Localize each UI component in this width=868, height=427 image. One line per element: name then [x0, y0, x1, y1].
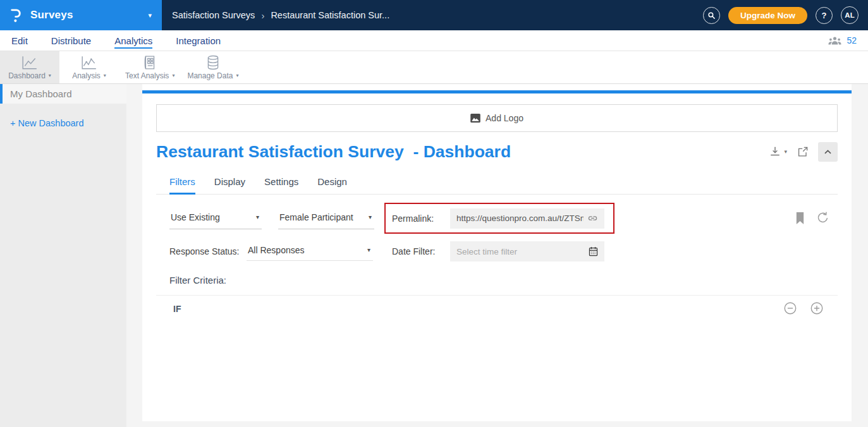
chevron-down-icon: ▾: [148, 11, 152, 20]
nav-item-analytics[interactable]: Analytics: [114, 35, 152, 46]
add-logo-dropzone[interactable]: Add Logo: [156, 104, 838, 132]
topbar-actions: Upgrade Now ? AL: [703, 6, 868, 24]
nav-item-integration[interactable]: Integration: [176, 35, 221, 46]
breadcrumb: Satisfaction Surveys › Restaurant Satisf…: [172, 10, 389, 21]
dashboard-chart-icon: [21, 55, 38, 70]
breadcrumb-folder[interactable]: Satisfaction Surveys: [172, 10, 255, 20]
caret-down-icon: ▾: [367, 246, 370, 253]
add-condition-button[interactable]: [810, 301, 824, 315]
right-gutter: [852, 84, 868, 427]
new-dashboard-button[interactable]: + New Dashboard: [0, 118, 126, 128]
collaborators[interactable]: 52: [828, 35, 857, 45]
tab-settings[interactable]: Settings: [264, 176, 298, 194]
toolbar-item-text-analysis[interactable]: Text Analysis▾: [119, 51, 181, 83]
chevron-down-icon: ▾: [49, 73, 51, 78]
search-button[interactable]: [703, 7, 720, 24]
bookmark-button[interactable]: [795, 212, 805, 224]
product-name: Surveys: [30, 9, 73, 21]
download-icon: [769, 145, 781, 158]
chevron-down-icon: ▾: [784, 148, 787, 155]
minus-circle-icon: [783, 308, 797, 317]
chevron-down-icon: ▾: [172, 73, 174, 78]
nav-item-edit[interactable]: Edit: [11, 35, 28, 46]
database-icon: [205, 55, 221, 70]
sidebar-gutter: [126, 84, 142, 427]
response-status-label: Response Status:: [169, 246, 240, 256]
toolbar-item-manage-data[interactable]: Manage Data▾: [181, 51, 245, 83]
title-actions: ▾: [769, 142, 838, 162]
image-icon: [470, 114, 480, 123]
sidebar-item-my-dashboard[interactable]: My Dashboard: [0, 84, 126, 104]
analysis-chart-icon: [81, 55, 97, 70]
questionpro-logo-icon: [10, 8, 23, 23]
breadcrumb-survey[interactable]: Restaurant Satisfaction Sur...: [271, 10, 389, 20]
caret-down-icon: ▾: [369, 213, 372, 220]
nav-item-distribute[interactable]: Distribute: [51, 35, 91, 46]
response-status-select[interactable]: All Responses ▾: [247, 242, 373, 261]
avatar[interactable]: AL: [841, 6, 859, 24]
survey-nav: Edit Distribute Analytics Integration 52: [0, 30, 868, 51]
title-row: Restaurant Satisfaction Survey - Dashboa…: [156, 141, 838, 162]
date-filter-input[interactable]: Select time filter: [450, 241, 604, 262]
link-icon[interactable]: [587, 213, 598, 224]
share-icon: [797, 149, 809, 160]
participant-select[interactable]: Female Participant ▾: [278, 208, 374, 229]
bookmark-icon: [795, 217, 805, 226]
help-button[interactable]: ?: [816, 7, 833, 24]
remove-condition-button[interactable]: [783, 301, 797, 315]
reset-filters-button[interactable]: [816, 211, 829, 224]
date-filter-label: Date Filter:: [392, 246, 435, 256]
plus-circle-icon: [810, 308, 824, 317]
settings-tabs: Filters Display Settings Design: [156, 176, 838, 195]
product-switcher[interactable]: Surveys ▾: [0, 0, 162, 30]
add-logo-label: Add Logo: [486, 113, 523, 123]
dashboard-sidebar: My Dashboard + New Dashboard: [0, 84, 126, 427]
share-button[interactable]: [797, 146, 809, 158]
tab-design[interactable]: Design: [317, 176, 347, 194]
reset-icon: [816, 217, 829, 226]
filter-criteria-label: Filter Criteria:: [169, 275, 226, 286]
permalink-label: Permalink:: [392, 213, 450, 224]
permalink-input[interactable]: https://questionpro.com.au/t/ZTSnU: [450, 208, 604, 229]
text-analysis-icon: [142, 55, 157, 70]
collaborators-count: 52: [847, 35, 857, 45]
caret-down-icon: ▾: [256, 213, 259, 220]
upgrade-now-button[interactable]: Upgrade Now: [728, 7, 807, 24]
people-icon: [828, 36, 841, 45]
collapse-panel-button[interactable]: [818, 142, 838, 162]
download-button[interactable]: ▾: [769, 145, 787, 158]
top-bar: Surveys ▾ Satisfaction Surveys › Restaur…: [0, 0, 868, 30]
calendar-icon[interactable]: [589, 246, 598, 256]
criteria-divider: [156, 295, 838, 296]
toolbar-item-dashboard[interactable]: Dashboard▾: [0, 51, 59, 83]
analytics-toolbar: Dashboard▾ Analysis▾ Text Analysis▾: [0, 51, 868, 84]
chevron-down-icon: ▾: [236, 73, 238, 78]
question-mark-icon: ?: [822, 11, 827, 20]
filter-select[interactable]: Use Existing ▾: [169, 208, 262, 229]
tab-filters[interactable]: Filters: [169, 176, 195, 195]
dashboard-card: Add Logo Restaurant Satisfaction Survey …: [142, 84, 852, 421]
card-accent-bar: [142, 90, 852, 93]
toolbar-item-analysis[interactable]: Analysis▾: [59, 51, 119, 83]
tab-display[interactable]: Display: [214, 176, 245, 194]
breadcrumb-separator-icon: ›: [261, 10, 264, 21]
chevron-down-icon: ▾: [104, 73, 106, 78]
search-icon: [707, 11, 716, 20]
chevron-up-icon: [823, 147, 833, 157]
annotation-highlight: Permalink: https://questionpro.com.au/t/…: [384, 203, 614, 234]
page-title: Restaurant Satisfaction Survey - Dashboa…: [156, 142, 511, 162]
page-body: My Dashboard + New Dashboard Add Logo Re…: [0, 84, 868, 427]
if-condition-label: IF: [173, 304, 181, 314]
